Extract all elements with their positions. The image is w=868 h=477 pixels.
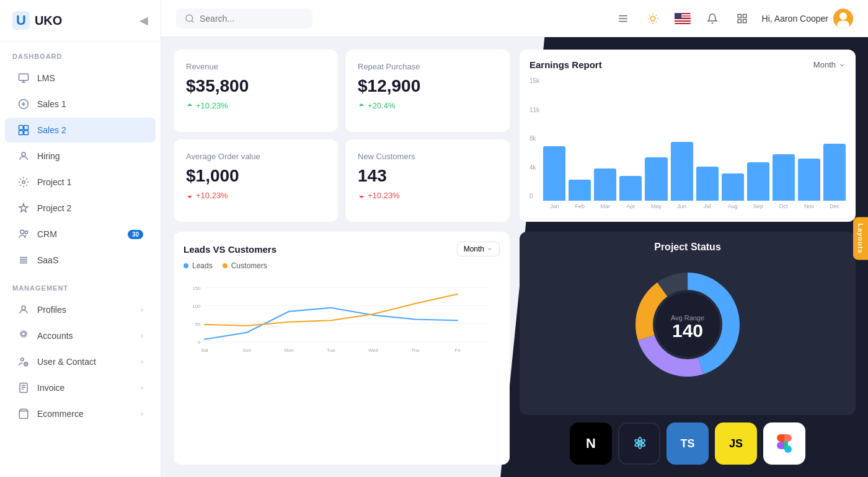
bar-column: Sep — [747, 162, 769, 209]
sidebar-item-label: LMS — [37, 73, 55, 83]
sidebar-item-project1[interactable]: Project 1 — [5, 170, 156, 195]
sidebar-item-profiles[interactable]: Profiles › — [5, 297, 156, 322]
sidebar-item-label: CRM — [37, 229, 57, 239]
figma-icon — [763, 422, 805, 465]
sidebar-item-project2[interactable]: Project 2 — [5, 196, 156, 221]
user-greeting: Hi, Aaron Cooper — [762, 14, 828, 24]
flag-icon[interactable] — [673, 9, 693, 28]
sidebar-item-crm[interactable]: CRM 30 — [5, 222, 156, 247]
leads-period-button[interactable]: Month — [457, 242, 500, 256]
repeat-purchase-value: $12,900 — [358, 76, 497, 96]
sidebar-item-lms[interactable]: LMS — [5, 66, 156, 90]
sidebar-collapse-button[interactable]: ◀ — [140, 14, 148, 27]
bell-icon[interactable] — [702, 9, 722, 28]
chart-y-axis: 15k 11k 8k 4k 0 — [529, 77, 543, 212]
svg-text:50: 50 — [195, 322, 201, 327]
leads-chart-card: Leads VS Customers Month Leads Customers — [174, 232, 510, 465]
leads-chart-title: Leads VS Customers — [184, 244, 277, 255]
avg-order-change: +10.23% — [186, 191, 326, 200]
bar-label: May — [651, 203, 662, 209]
chevron-right-icon: › — [141, 305, 143, 314]
sidebar: U UKO ◀ DASHBOARD LMS Sales 1 Sales 2 Hi… — [0, 0, 161, 477]
bar-label: Feb — [575, 203, 585, 209]
bar-label: Mar — [601, 203, 611, 209]
sidebar-item-label: Hiring — [37, 151, 60, 161]
flag-us-icon — [675, 13, 691, 24]
sidebar-item-invoice[interactable]: Invoice › — [5, 375, 156, 400]
svg-point-25 — [186, 15, 193, 22]
project1-icon — [17, 176, 30, 188]
earnings-period-selector[interactable]: Month — [813, 60, 846, 69]
sidebar-item-label: Project 1 — [37, 177, 71, 187]
bar-column: Oct — [773, 154, 795, 209]
layouts-tab[interactable]: Layouts — [853, 217, 868, 260]
sidebar-item-saas[interactable]: SaaS — [5, 248, 156, 273]
grid-icon[interactable] — [732, 9, 752, 28]
sidebar-item-label: Ecommerce — [37, 409, 84, 419]
tech-icons-row: N ⚛ TS JS — [520, 422, 856, 465]
sidebar-item-ecommerce[interactable]: Ecommerce › — [5, 401, 156, 426]
bar — [543, 146, 565, 201]
stat-cards: Revenue $35,800 +10.23% Repeat Purchase … — [174, 50, 510, 222]
search-input[interactable] — [200, 14, 299, 24]
sidebar-item-user-contact[interactable]: User & Contact › — [5, 349, 156, 374]
right-bottom: Project Status — [520, 232, 856, 465]
bar-column: Feb — [569, 180, 591, 209]
svg-rect-8 — [19, 131, 24, 135]
svg-point-13 — [25, 231, 28, 234]
svg-text:Thu: Thu — [411, 348, 419, 353]
svg-line-33 — [649, 15, 650, 15]
svg-text:140: 140 — [672, 320, 703, 341]
svg-rect-7 — [24, 126, 29, 130]
new-customers-card: New Customers 143 +10.23% — [345, 139, 510, 222]
lms-icon — [17, 72, 30, 84]
sidebar-item-accounts[interactable]: Accounts › — [5, 323, 156, 348]
svg-rect-44 — [675, 13, 681, 19]
hiring-icon — [17, 150, 30, 162]
avg-order-label: Average Order value — [186, 152, 326, 161]
chevron-right-icon: › — [141, 357, 143, 366]
bar — [798, 159, 820, 201]
repeat-purchase-change: +20.4% — [358, 101, 497, 110]
svg-text:Sat: Sat — [201, 348, 208, 353]
new-customers-value: 143 — [358, 166, 497, 186]
sidebar-item-label: Sales 2 — [37, 125, 66, 135]
svg-text:100: 100 — [192, 304, 200, 309]
logo: U UKO — [12, 11, 62, 30]
svg-point-11 — [22, 181, 25, 184]
typescript-icon: TS — [666, 422, 709, 465]
earnings-card: Earnings Report Month 15k 11k 8k 4k 0 — [520, 50, 856, 222]
search-bar[interactable] — [176, 9, 312, 28]
new-customers-change: +10.23% — [358, 191, 497, 200]
nextjs-icon: N — [570, 422, 612, 465]
sidebar-item-label: Profiles — [37, 305, 66, 315]
sidebar-item-sales2[interactable]: Sales 2 — [5, 118, 156, 142]
sidebar-item-label: User & Contact — [37, 357, 96, 367]
new-customers-label: New Customers — [358, 152, 497, 161]
theme-toggle-icon[interactable] — [643, 9, 663, 28]
bar — [696, 167, 719, 201]
bar — [594, 168, 616, 201]
sidebar-item-hiring[interactable]: Hiring — [5, 144, 156, 168]
avg-order-value: $1,000 — [186, 166, 326, 186]
crm-badge: 30 — [128, 230, 143, 239]
svg-line-34 — [655, 21, 656, 22]
svg-line-26 — [192, 20, 193, 22]
svg-text:150: 150 — [192, 286, 200, 291]
search-icon — [185, 14, 195, 24]
bar-label: Oct — [779, 203, 788, 209]
svg-text:Wed: Wed — [368, 348, 378, 353]
invoice-icon — [17, 382, 30, 394]
project-status-card: Project Status — [520, 232, 856, 415]
svg-rect-9 — [24, 131, 29, 135]
svg-text:Tue: Tue — [327, 348, 335, 353]
bar-column: Jan — [543, 146, 565, 209]
user-info[interactable]: Hi, Aaron Cooper — [762, 9, 853, 28]
chevron-right-icon: › — [141, 409, 143, 418]
svg-point-15 — [22, 332, 25, 336]
menu-icon[interactable] — [613, 9, 633, 28]
bar-column: May — [645, 157, 667, 209]
sidebar-item-sales1[interactable]: Sales 1 — [5, 92, 156, 116]
svg-line-38 — [655, 15, 656, 15]
svg-text:Mon: Mon — [285, 348, 294, 353]
